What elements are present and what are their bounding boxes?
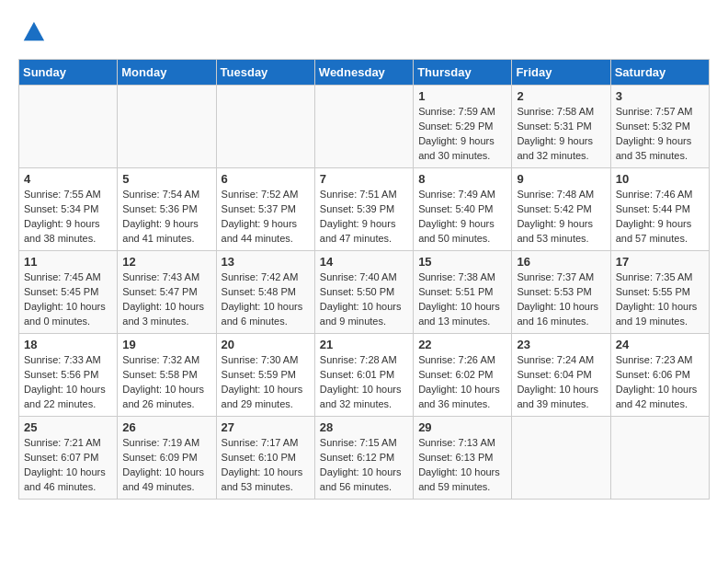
day-number: 28 [320,420,408,434]
day-content: Sunrise: 7:58 AM Sunset: 5:31 PM Dayligh… [517,105,605,164]
day-content: Sunrise: 7:19 AM Sunset: 6:09 PM Dayligh… [122,436,210,495]
calendar-cell: 4Sunrise: 7:55 AM Sunset: 5:34 PM Daylig… [19,168,118,251]
day-number: 5 [122,172,210,186]
day-content: Sunrise: 7:57 AM Sunset: 5:32 PM Dayligh… [616,105,704,164]
calendar-cell: 7Sunrise: 7:51 AM Sunset: 5:39 PM Daylig… [314,168,413,251]
day-number: 6 [222,172,310,186]
day-number: 16 [517,255,605,269]
calendar-cell: 6Sunrise: 7:52 AM Sunset: 5:37 PM Daylig… [216,168,314,251]
week-row-1: 4Sunrise: 7:55 AM Sunset: 5:34 PM Daylig… [19,168,710,251]
header-day-thursday: Thursday [414,60,512,86]
day-content: Sunrise: 7:46 AM Sunset: 5:44 PM Dayligh… [616,188,704,247]
day-number: 8 [418,172,506,186]
day-number: 15 [418,255,506,269]
week-row-0: 1Sunrise: 7:59 AM Sunset: 5:29 PM Daylig… [19,86,710,168]
calendar-cell: 20Sunrise: 7:30 AM Sunset: 5:59 PM Dayli… [216,334,314,417]
svg-marker-0 [24,22,44,41]
day-content: Sunrise: 7:42 AM Sunset: 5:48 PM Dayligh… [222,270,310,329]
calendar-cell: 3Sunrise: 7:57 AM Sunset: 5:32 PM Daylig… [610,86,709,168]
day-number: 20 [222,338,310,351]
day-number: 13 [222,255,310,269]
calendar-cell: 24Sunrise: 7:23 AM Sunset: 6:06 PM Dayli… [610,334,709,417]
calendar-cell [610,417,709,500]
day-content: Sunrise: 7:51 AM Sunset: 5:39 PM Dayligh… [320,188,408,247]
day-content: Sunrise: 7:37 AM Sunset: 5:53 PM Dayligh… [517,270,605,329]
day-content: Sunrise: 7:48 AM Sunset: 5:42 PM Dayligh… [517,188,605,247]
day-number: 24 [616,338,704,351]
calendar-cell [216,86,314,168]
header-day-saturday: Saturday [610,60,709,86]
day-content: Sunrise: 7:24 AM Sunset: 6:04 PM Dayligh… [517,353,605,412]
day-content: Sunrise: 7:17 AM Sunset: 6:10 PM Dayligh… [222,436,310,495]
day-number: 27 [222,420,310,434]
calendar-cell: 15Sunrise: 7:38 AM Sunset: 5:51 PM Dayli… [414,251,512,334]
calendar-cell: 29Sunrise: 7:13 AM Sunset: 6:13 PM Dayli… [414,417,512,500]
day-number: 14 [320,255,408,269]
calendar-cell: 12Sunrise: 7:43 AM Sunset: 5:47 PM Dayli… [118,251,216,334]
calendar-table: SundayMondayTuesdayWednesdayThursdayFrid… [18,59,710,500]
header-day-sunday: Sunday [19,60,118,86]
page-header [18,18,710,44]
day-number: 17 [616,255,704,269]
calendar-cell: 18Sunrise: 7:33 AM Sunset: 5:56 PM Dayli… [19,334,118,417]
header-day-monday: Monday [118,60,216,86]
day-content: Sunrise: 7:54 AM Sunset: 5:36 PM Dayligh… [122,188,210,247]
calendar-cell: 26Sunrise: 7:19 AM Sunset: 6:09 PM Dayli… [118,417,216,500]
day-number: 10 [616,172,704,186]
day-number: 23 [517,338,605,351]
calendar-cell [19,86,118,168]
day-number: 12 [122,255,210,269]
calendar-cell: 5Sunrise: 7:54 AM Sunset: 5:36 PM Daylig… [118,168,216,251]
calendar-cell [314,86,413,168]
week-row-2: 11Sunrise: 7:45 AM Sunset: 5:45 PM Dayli… [19,251,710,334]
day-content: Sunrise: 7:15 AM Sunset: 6:12 PM Dayligh… [320,436,408,495]
day-content: Sunrise: 7:26 AM Sunset: 6:02 PM Dayligh… [418,353,506,412]
calendar-cell: 11Sunrise: 7:45 AM Sunset: 5:45 PM Dayli… [19,251,118,334]
day-number: 11 [24,255,112,269]
day-number: 2 [517,89,605,103]
day-content: Sunrise: 7:13 AM Sunset: 6:13 PM Dayligh… [418,436,506,495]
calendar-cell: 16Sunrise: 7:37 AM Sunset: 5:53 PM Dayli… [512,251,610,334]
week-row-4: 25Sunrise: 7:21 AM Sunset: 6:07 PM Dayli… [19,417,710,500]
header-day-wednesday: Wednesday [314,60,413,86]
day-number: 1 [418,89,506,103]
header-day-friday: Friday [512,60,610,86]
day-number: 18 [24,338,112,351]
day-number: 7 [320,172,408,186]
day-content: Sunrise: 7:38 AM Sunset: 5:51 PM Dayligh… [418,270,506,329]
day-number: 29 [418,420,506,434]
header-row: SundayMondayTuesdayWednesdayThursdayFrid… [19,60,710,86]
day-number: 4 [24,172,112,186]
calendar-cell [118,86,216,168]
day-number: 21 [320,338,408,351]
day-content: Sunrise: 7:28 AM Sunset: 6:01 PM Dayligh… [320,353,408,412]
calendar-cell: 10Sunrise: 7:46 AM Sunset: 5:44 PM Dayli… [610,168,709,251]
header-day-tuesday: Tuesday [216,60,314,86]
calendar-cell: 21Sunrise: 7:28 AM Sunset: 6:01 PM Dayli… [314,334,413,417]
day-number: 22 [418,338,506,351]
day-content: Sunrise: 7:23 AM Sunset: 6:06 PM Dayligh… [616,353,704,412]
calendar-cell: 23Sunrise: 7:24 AM Sunset: 6:04 PM Dayli… [512,334,610,417]
calendar-cell: 19Sunrise: 7:32 AM Sunset: 5:58 PM Dayli… [118,334,216,417]
calendar-cell: 22Sunrise: 7:26 AM Sunset: 6:02 PM Dayli… [414,334,512,417]
day-content: Sunrise: 7:30 AM Sunset: 5:59 PM Dayligh… [222,353,310,412]
day-content: Sunrise: 7:21 AM Sunset: 6:07 PM Dayligh… [24,436,112,495]
day-number: 3 [616,89,704,103]
day-content: Sunrise: 7:33 AM Sunset: 5:56 PM Dayligh… [24,353,112,412]
logo-icon [20,18,46,44]
day-number: 26 [122,420,210,434]
calendar-cell [512,417,610,500]
day-number: 9 [517,172,605,186]
calendar-cell: 27Sunrise: 7:17 AM Sunset: 6:10 PM Dayli… [216,417,314,500]
day-content: Sunrise: 7:49 AM Sunset: 5:40 PM Dayligh… [418,188,506,247]
calendar-cell: 28Sunrise: 7:15 AM Sunset: 6:12 PM Dayli… [314,417,413,500]
calendar-cell: 9Sunrise: 7:48 AM Sunset: 5:42 PM Daylig… [512,168,610,251]
calendar-cell: 8Sunrise: 7:49 AM Sunset: 5:40 PM Daylig… [414,168,512,251]
day-content: Sunrise: 7:32 AM Sunset: 5:58 PM Dayligh… [122,353,210,412]
day-content: Sunrise: 7:59 AM Sunset: 5:29 PM Dayligh… [418,105,506,164]
day-number: 25 [24,420,112,434]
logo [18,18,46,44]
day-content: Sunrise: 7:35 AM Sunset: 5:55 PM Dayligh… [616,270,704,329]
day-number: 19 [122,338,210,351]
calendar-cell: 13Sunrise: 7:42 AM Sunset: 5:48 PM Dayli… [216,251,314,334]
